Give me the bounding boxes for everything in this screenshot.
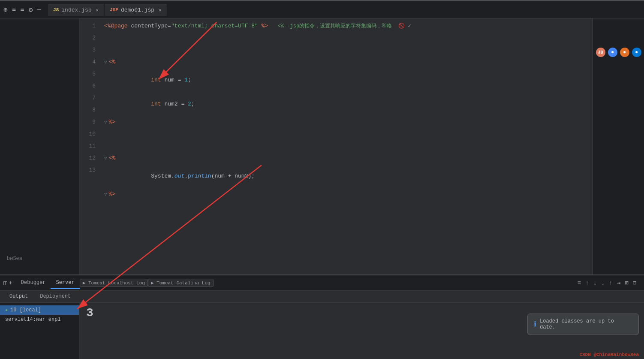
code-token: out	[175, 170, 184, 182]
bottom-subtab-deployment[interactable]: Deployment	[34, 292, 77, 302]
bottom-toolbar: ≡ ↑ ↓ ↓ ↑ ⇥ ⊞ ⊟	[577, 278, 641, 287]
right-gutter: JB ● ● ●	[593, 18, 644, 275]
bottom-panel-icon[interactable]: ◫	[3, 279, 7, 287]
code-token: %>	[109, 188, 116, 200]
code-line-2	[104, 32, 593, 44]
code-token: );	[248, 170, 255, 182]
code-line-10: ▽<%	[104, 152, 593, 164]
server-list-item-local[interactable]: ● 10 [local]	[0, 305, 79, 315]
code-token: int	[151, 98, 161, 110]
editor-container: bwSea 1 2 3 4 5 6 7 8 9 10 11 12 13	[0, 18, 644, 275]
code-line-7: ▽%>	[104, 116, 593, 128]
bottom-subtab-output[interactable]: Output	[3, 292, 34, 302]
chrome-icon[interactable]: ●	[608, 48, 617, 57]
code-token: %>	[258, 20, 268, 32]
code-token: 2	[184, 98, 191, 110]
tab-type-indicator: JS	[53, 7, 59, 12]
code-token: ;	[188, 74, 191, 86]
code-token: num2	[232, 170, 248, 182]
fold-icon: ▽	[104, 116, 107, 128]
circle-icon[interactable]: ⊕	[3, 6, 8, 14]
toolbar-up2-icon[interactable]: ↑	[608, 279, 613, 287]
tab-bar: JS index.jsp ✕ JSP demo01.jsp ✕	[48, 4, 167, 16]
top-bar-icons: ⊕ ≡ ≡ ⚙ —	[3, 6, 41, 14]
code-content: 1 2 3 4 5 6 7 8 9 10 11 12 13 <%@page co…	[79, 18, 593, 275]
code-token: int	[151, 74, 161, 86]
code-line-11: System.out.println(num + num2);	[104, 164, 593, 188]
server-item-detail: servlet14:war expl	[0, 315, 79, 324]
bottom-left-controls: ◫ +	[3, 279, 12, 287]
code-token: .	[171, 170, 175, 182]
code-token: "text/html; charset=UTF-8"	[171, 20, 258, 32]
bottom-tabs: ◫ + Debugger Server ▶ Tomcat Localhost L…	[0, 275, 644, 291]
code-token: <%	[109, 152, 116, 164]
fold-icon: ▽	[104, 152, 107, 164]
jetbrains-icon[interactable]: JB	[596, 48, 605, 57]
minimize-icon[interactable]: —	[37, 6, 42, 14]
toolbar-tab-icon[interactable]: ⇥	[616, 278, 621, 287]
code-token: System	[151, 170, 171, 182]
tab-type-indicator: JSP	[110, 7, 118, 12]
code-line-1: <%@page contentType="text/html; charset=…	[104, 20, 593, 32]
toolbar-down2-icon[interactable]: ↓	[600, 279, 605, 287]
code-token: <%@page	[104, 20, 131, 32]
toolbar-filter-icon[interactable]: ≡	[577, 279, 582, 287]
code-line-4: ▽<%	[104, 56, 593, 68]
code-token: num2	[161, 98, 181, 110]
toolbar-collapse-icon[interactable]: ⊟	[632, 278, 637, 287]
code-line-12: ▽%>	[104, 188, 593, 200]
bottom-panel-add[interactable]: +	[9, 280, 12, 287]
code-token: contentType=	[131, 20, 171, 32]
server-item-label: 10 [local]	[10, 307, 41, 313]
edge-icon[interactable]: ●	[632, 48, 641, 57]
toolbar-down-icon[interactable]: ↓	[592, 279, 597, 287]
top-bar: ⊕ ≡ ≡ ⚙ — JS index.jsp ✕ JSP demo01.jsp …	[0, 1, 644, 18]
menu-icon[interactable]: ≡	[12, 6, 16, 14]
menu2-icon[interactable]: ≡	[20, 6, 24, 14]
server-detail-label: servlet14:war expl	[5, 317, 61, 323]
code-token: ;	[191, 98, 195, 110]
server-status-dot: ●	[5, 308, 8, 313]
settings-icon[interactable]: ⚙	[29, 6, 33, 14]
bottom-subtabs: Output Deployment	[0, 291, 644, 303]
code-token: 1	[181, 74, 188, 86]
tab-demo01-jsp[interactable]: JSP demo01.jsp ✕	[105, 4, 166, 16]
bottom-tab-tomcat-localhost[interactable]: ▶ Tomcat Localhost Log	[80, 279, 148, 287]
toast-message: Loaded classes are up to date.	[540, 318, 632, 330]
code-token: (	[211, 170, 215, 182]
bottom-server-list: ● 10 [local] servlet14:war expl	[0, 303, 79, 359]
line-numbers: 1 2 3 4 5 6 7 8 9 10 11 12 13	[79, 18, 101, 275]
toast-notification: ℹ Loaded classes are up to date.	[527, 314, 639, 335]
toolbar-up-icon[interactable]: ↑	[584, 279, 590, 287]
code-line-9	[104, 140, 593, 152]
code-line-6: int num2 = 2;	[104, 92, 593, 116]
tab-close-icon[interactable]: ✕	[159, 7, 162, 13]
code-line-3	[104, 44, 593, 56]
sidebar-label-bwsea: bwSea	[3, 255, 75, 262]
code-token: <%	[109, 56, 116, 68]
code-token: println	[188, 170, 211, 182]
code-token: =	[178, 74, 181, 86]
code-line-13	[104, 200, 593, 212]
code-token: .	[184, 170, 188, 182]
code-token: +	[228, 170, 232, 182]
fold-icon: ▽	[104, 56, 107, 68]
code-lines: <%@page contentType="text/html; charset=…	[101, 18, 593, 275]
code-token: %>	[109, 116, 116, 128]
toolbar-grid-icon[interactable]: ⊞	[624, 278, 629, 287]
tab-index-jsp[interactable]: JS index.jsp ✕	[48, 4, 104, 16]
code-token: num	[161, 74, 178, 86]
tab-label: demo01.jsp	[121, 7, 154, 13]
bottom-tab-tomcat-catalina[interactable]: ▶ Tomcat Catalina Log	[148, 279, 214, 287]
bottom-tab-server[interactable]: Server	[51, 277, 79, 289]
bottom-tab-debugger[interactable]: Debugger	[16, 277, 51, 289]
line1-icons: 🚫 ✓	[395, 20, 414, 32]
code-token: num	[214, 170, 228, 182]
code-line-8	[104, 128, 593, 140]
tab-close-icon[interactable]: ✕	[96, 7, 99, 13]
fold-icon: ▽	[104, 188, 107, 200]
toast-icon: ℹ	[534, 320, 536, 329]
code-editor[interactable]: 1 2 3 4 5 6 7 8 9 10 11 12 13 <%@page co…	[79, 18, 593, 275]
code-token: =	[181, 98, 184, 110]
firefox-icon[interactable]: ●	[620, 48, 629, 57]
